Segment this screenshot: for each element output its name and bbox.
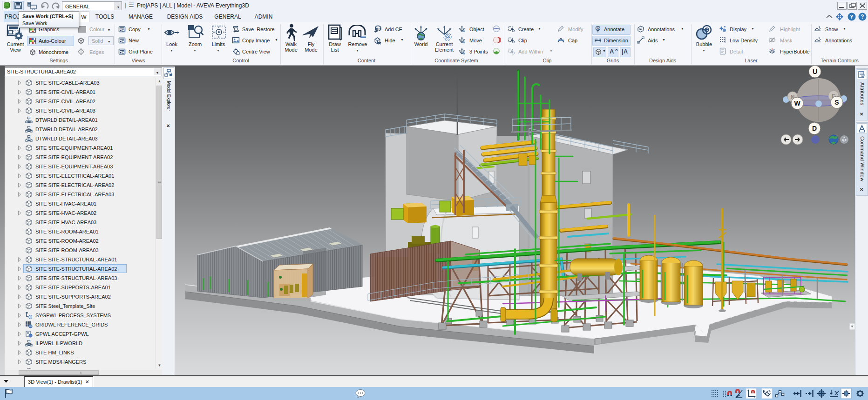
svg-text:W: W xyxy=(794,100,800,107)
svg-text:U: U xyxy=(813,68,817,75)
svg-text:Y: Y xyxy=(850,14,854,20)
svg-text:?: ? xyxy=(861,13,864,20)
svg-text:S: S xyxy=(834,99,839,106)
svg-text:D: D xyxy=(812,125,817,132)
